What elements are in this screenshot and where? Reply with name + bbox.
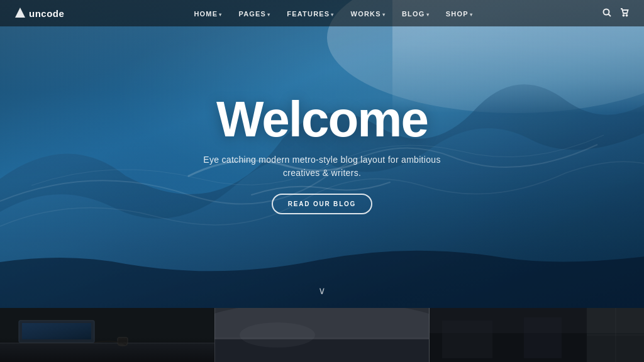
navbar: uncode HOME▾ PAGES▾ FEATURES▾ WORKS▾ BLO…	[0, 0, 644, 26]
svg-rect-21	[442, 321, 492, 358]
nav-item-works[interactable]: WORKS▾	[351, 8, 386, 19]
hero-subtitle: Eye catching modern metro-style blog lay…	[190, 153, 454, 180]
svg-point-3	[623, 14, 624, 16]
main-nav: HOME▾ PAGES▾ FEATURES▾ WORKS▾ BLOG▾ SHOP	[194, 8, 473, 19]
nav-item-home[interactable]: HOME▾	[194, 8, 222, 19]
brand-logo[interactable]: uncode	[15, 8, 64, 19]
svg-rect-12	[118, 337, 128, 344]
read-blog-button[interactable]: READ OUR BLOG	[272, 194, 372, 214]
logo-icon	[15, 8, 25, 19]
svg-rect-22	[524, 317, 562, 358]
svg-point-11	[118, 343, 128, 346]
thumbnail-3-bg	[430, 308, 644, 362]
nav-link-shop[interactable]: SHOP▾	[446, 10, 473, 18]
nav-item-pages[interactable]: PAGES▾	[238, 8, 270, 19]
nav-link-blog[interactable]: BLOG▾	[402, 10, 430, 18]
thumb-divider-2	[429, 308, 430, 362]
svg-line-2	[608, 14, 611, 16]
nav-link-home[interactable]: HOME▾	[194, 10, 222, 18]
nav-link-pages[interactable]: PAGES▾	[238, 10, 270, 18]
thumb-2-image	[214, 308, 429, 362]
svg-rect-10	[22, 323, 91, 339]
thumb-3-image	[430, 308, 644, 362]
navbar-actions	[602, 8, 629, 19]
thumbnail-2-bg	[214, 308, 429, 362]
nav-link-features[interactable]: FEATURES▾	[287, 10, 334, 18]
thumbnail-row	[0, 308, 644, 362]
thumbnail-1-bg	[0, 308, 214, 362]
svg-point-1	[603, 9, 609, 14]
svg-rect-7	[0, 343, 214, 362]
svg-point-4	[626, 14, 627, 16]
thumbnail-3[interactable]	[430, 308, 644, 362]
nav-item-features[interactable]: FEATURES▾	[287, 8, 334, 19]
thumb-divider-1	[214, 308, 215, 362]
cart-button[interactable]	[620, 8, 629, 19]
svg-rect-13	[0, 343, 214, 344]
hero-content: Welcome Eye catching modern metro-style …	[190, 94, 454, 214]
logo-text: uncode	[29, 8, 64, 19]
thumbnail-1[interactable]	[0, 308, 214, 362]
nav-link-works[interactable]: WORKS▾	[351, 10, 386, 18]
svg-marker-0	[15, 8, 25, 18]
nav-item-blog[interactable]: BLOG▾	[402, 8, 430, 19]
svg-point-17	[240, 322, 315, 348]
thumb-1-image	[0, 308, 214, 362]
hero-section: Welcome Eye catching modern metro-style …	[0, 0, 644, 308]
nav-item-shop[interactable]: SHOP▾	[446, 8, 473, 19]
svg-rect-16	[214, 339, 429, 362]
thumbnail-2[interactable]	[214, 308, 429, 362]
search-button[interactable]	[602, 8, 611, 19]
scroll-down-indicator[interactable]: ∨	[318, 285, 326, 297]
hero-title: Welcome	[216, 94, 428, 145]
